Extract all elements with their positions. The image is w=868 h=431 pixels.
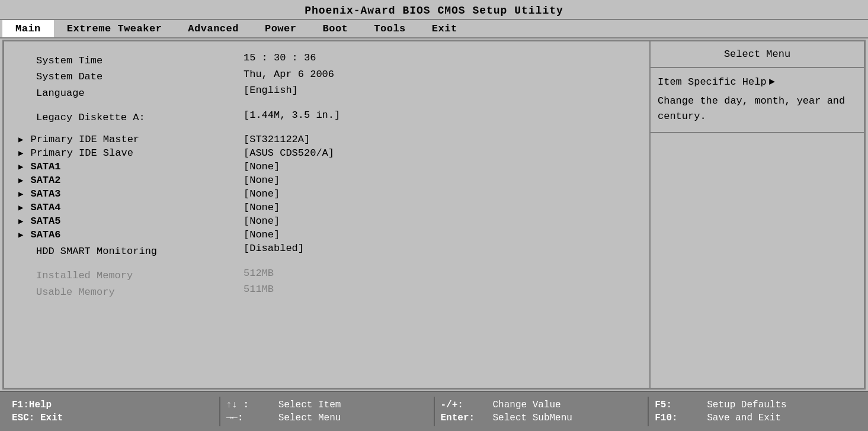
item-specific-help: Item Specific Help ► Change the day, mon… xyxy=(651,68,864,133)
bios-label: Legacy Diskette A: xyxy=(18,112,244,123)
status-desc: Setup Defaults xyxy=(707,400,786,410)
label-text: Legacy Diskette A: xyxy=(36,112,145,123)
status-key: F10: xyxy=(655,413,702,423)
bios-label: ▶SATA1 xyxy=(18,161,244,172)
menu-item-power[interactable]: Power xyxy=(252,20,310,37)
content-area: System Time15 : 30 : 36System DateThu, A… xyxy=(2,40,866,390)
status-bar: F1:HelpESC: Exit↑↓ :Select Item→←:Select… xyxy=(0,391,868,431)
bios-value: [English] xyxy=(244,85,298,96)
spacer-row xyxy=(18,258,635,266)
menu-item-tools[interactable]: Tools xyxy=(361,20,419,37)
spacer-row xyxy=(18,124,635,133)
bios-label: Language xyxy=(18,88,244,99)
bios-row: System Time15 : 30 : 36 xyxy=(18,51,635,67)
status-desc: Select SubMenu xyxy=(493,413,572,423)
status-col-3: -/+:Change ValueEnter:Select SubMenu xyxy=(441,400,642,423)
status-desc: Select Menu xyxy=(278,413,341,423)
status-key: ↑↓ : xyxy=(226,400,274,410)
status-key: -/+: xyxy=(441,400,488,410)
status-row: F1:Help xyxy=(12,400,213,410)
status-col-4: F5:Setup DefaultsF10:Save and Exit xyxy=(655,400,856,423)
bios-value: [1.44M, 3.5 in.] xyxy=(244,110,340,121)
label-text: System Date xyxy=(36,71,103,82)
status-separator xyxy=(219,397,220,426)
label-text: HDD SMART Monitoring xyxy=(36,246,157,257)
bios-value: [None] xyxy=(244,161,280,172)
bios-row[interactable]: ▶SATA3[None] xyxy=(18,187,635,201)
status-row: ↑↓ :Select Item xyxy=(226,400,428,410)
status-row: -/+:Change Value xyxy=(441,400,642,410)
status-key: F1:Help xyxy=(12,400,59,410)
submenu-arrow-icon: ▶ xyxy=(18,202,23,213)
status-row: →←:Select Menu xyxy=(226,413,428,423)
bios-label: ▶SATA4 xyxy=(18,202,244,213)
status-col-1: F1:HelpESC: Exit xyxy=(12,400,213,423)
status-separator xyxy=(648,397,649,426)
label-text: SATA1 xyxy=(30,161,60,172)
bios-label: Installed Memory xyxy=(18,270,244,281)
bios-label: ▶SATA3 xyxy=(18,188,244,200)
submenu-arrow-icon: ▶ xyxy=(18,162,23,172)
status-row: F5:Setup Defaults xyxy=(655,400,856,410)
bios-row[interactable]: ▶Primary IDE Slave[ASUS CDS520/A] xyxy=(18,146,635,160)
label-text: SATA2 xyxy=(30,175,60,186)
submenu-arrow-icon: ▶ xyxy=(18,230,23,240)
menu-item-boot[interactable]: Boot xyxy=(309,20,361,37)
label-text: Primary IDE Master xyxy=(30,134,139,145)
menu-item-exit[interactable]: Exit xyxy=(419,20,470,37)
status-row: F10:Save and Exit xyxy=(655,413,856,423)
bios-value: [None] xyxy=(244,202,280,213)
label-text: SATA3 xyxy=(30,188,60,200)
status-separator xyxy=(434,397,435,426)
status-key: ESC: Exit xyxy=(12,413,63,423)
bios-label: System Date xyxy=(18,71,244,82)
bios-value: [None] xyxy=(244,188,280,200)
status-row: Enter:Select SubMenu xyxy=(441,413,642,423)
bios-value: [None] xyxy=(244,175,280,186)
bios-value: 15 : 30 : 36 xyxy=(244,52,316,63)
bios-value: [ASUS CDS520/A] xyxy=(244,147,334,159)
menu-item-extreme-tweaker[interactable]: Extreme Tweaker xyxy=(54,20,175,37)
bios-row[interactable]: ▶SATA1[None] xyxy=(18,160,635,173)
status-desc: Select Item xyxy=(278,400,341,410)
bios-row: Legacy Diskette A:[1.44M, 3.5 in.] xyxy=(18,108,635,125)
menu-item-advanced[interactable]: Advanced xyxy=(175,20,252,37)
label-text: SATA4 xyxy=(30,202,60,213)
bios-label: ▶SATA2 xyxy=(18,175,244,186)
status-key: Enter: xyxy=(441,413,488,423)
bios-row: Language[English] xyxy=(18,83,635,100)
status-key: F5: xyxy=(655,400,702,410)
bios-row[interactable]: ▶SATA2[None] xyxy=(18,173,635,187)
bios-value: [None] xyxy=(244,216,280,227)
bios-label: ▶SATA5 xyxy=(18,216,244,227)
label-text: Usable Memory xyxy=(36,287,115,298)
status-key: →←: xyxy=(226,413,274,423)
menu-bar: MainExtreme TweakerAdvancedPowerBootTool… xyxy=(0,19,868,38)
status-desc: Change Value xyxy=(493,400,561,410)
bios-row: HDD SMART Monitoring[Disabled] xyxy=(18,242,635,258)
status-row: ESC: Exit xyxy=(12,413,213,423)
bios-row: Usable Memory511MB xyxy=(18,282,635,299)
status-col-2: ↑↓ :Select Item→←:Select Menu xyxy=(226,400,428,423)
select-menu-header: Select Menu xyxy=(651,41,864,68)
label-text: Installed Memory xyxy=(36,270,133,281)
help-text: Change the day, month, year and century. xyxy=(658,94,857,124)
submenu-arrow-icon: ▶ xyxy=(18,189,23,199)
bios-row[interactable]: ▶SATA4[None] xyxy=(18,201,635,214)
submenu-arrow-icon: ▶ xyxy=(18,148,23,158)
bios-row[interactable]: ▶SATA5[None] xyxy=(18,214,635,228)
bios-value: 511MB xyxy=(244,284,274,295)
bios-value: Thu, Apr 6 2006 xyxy=(244,69,334,80)
label-text: System Time xyxy=(36,55,103,66)
bios-row[interactable]: ▶Primary IDE Master[ST321122A] xyxy=(18,133,635,146)
title-bar: Phoenix-Award BIOS CMOS Setup Utility xyxy=(0,0,868,19)
help-title: Item Specific Help ► xyxy=(658,76,857,88)
menu-item-main[interactable]: Main xyxy=(2,20,54,37)
bios-label: ▶Primary IDE Master xyxy=(18,134,244,145)
status-desc: Save and Exit xyxy=(707,413,781,423)
bios-row[interactable]: ▶SATA6[None] xyxy=(18,228,635,242)
title-text: Phoenix-Award BIOS CMOS Setup Utility xyxy=(305,5,563,17)
main-panel: System Time15 : 30 : 36System DateThu, A… xyxy=(4,41,651,388)
bios-row: Installed Memory512MB xyxy=(18,266,635,283)
bios-label: ▶Primary IDE Slave xyxy=(18,147,244,159)
